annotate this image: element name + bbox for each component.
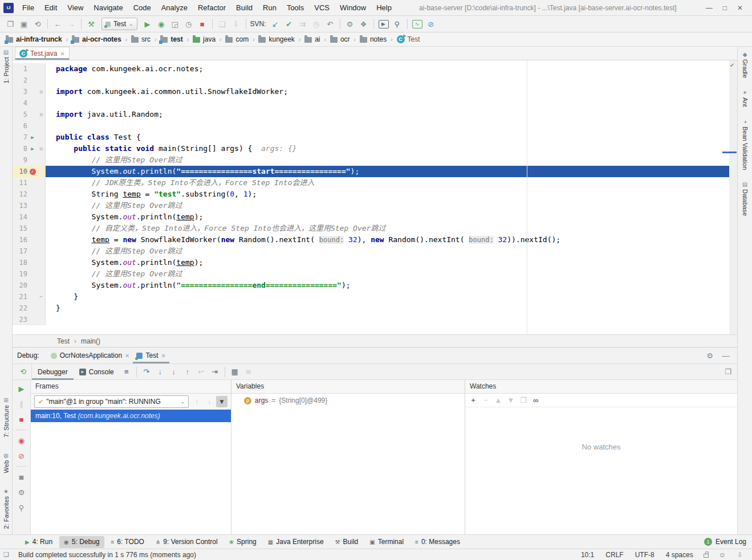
forward-icon[interactable]: → — [64, 18, 78, 30]
gutter-line-5[interactable]: 5⊟ — [13, 109, 46, 120]
svn-history-icon[interactable]: ◷ — [310, 18, 323, 30]
breadcrumb-ai-infra-trunck[interactable]: ai-infra-trunck — [5, 35, 63, 43]
tool-window-button-bean-validation[interactable]: ◑Bean Validation — [742, 118, 749, 170]
code-line-12[interactable]: 12 String temp = "test".substring(0, 1); — [13, 189, 729, 200]
menu-tools[interactable]: Tools — [282, 0, 309, 15]
code-line-11[interactable]: 11 // JDK原生类，Step Into不会进入，Force Step In… — [13, 177, 729, 189]
code-line-6[interactable]: 6 — [13, 120, 729, 132]
close-tab-icon[interactable]: ✕ — [125, 353, 129, 359]
fold-marker[interactable] — [38, 246, 45, 257]
stop-icon[interactable]: ■ — [196, 18, 209, 30]
breadcrumb-java[interactable]: java — [192, 35, 217, 43]
move-watch-down-icon[interactable]: ▼ — [505, 395, 517, 406]
gutter-line-2[interactable]: 2 — [13, 75, 46, 86]
tool-window-button-terminal[interactable]: ▣Terminal — [365, 536, 408, 548]
fold-marker[interactable] — [38, 268, 45, 280]
breadcrumb-ai[interactable]: ai — [303, 35, 321, 43]
gutter-line-7[interactable]: 7▶ — [13, 132, 46, 143]
maximize-button[interactable]: □ — [723, 4, 727, 12]
tool-window-button-spring[interactable]: ❀Spring — [225, 536, 261, 548]
highlighting-level-icon[interactable]: ☺ — [716, 551, 729, 559]
gutter-line-15[interactable]: 15 — [13, 223, 46, 234]
fold-marker[interactable]: ⌐ — [38, 291, 45, 303]
drop-frame-icon[interactable]: ↩ — [194, 366, 208, 378]
view-breakpoints-icon[interactable]: ◉ — [15, 435, 28, 445]
fold-marker[interactable] — [38, 223, 45, 234]
gutter-line-8[interactable]: 8▶⊟ — [13, 143, 46, 154]
gutter-line-18[interactable]: 18 — [13, 257, 46, 268]
tool-window-button-project[interactable]: ▤1: Project — [3, 49, 10, 83]
gutter-line-4[interactable]: 4 — [13, 97, 46, 109]
layout-settings-icon[interactable]: ≋ — [242, 366, 255, 378]
breadcrumb-ocr[interactable]: ocr — [329, 35, 351, 43]
event-log-button[interactable]: 1Event Log — [704, 538, 746, 546]
code-line-20[interactable]: 20 System.out.println("================e… — [13, 280, 729, 291]
fold-marker[interactable]: ⊟ — [38, 109, 45, 120]
svn-merge-icon[interactable]: ⇉ — [296, 18, 310, 30]
menu-analyze[interactable]: Analyze — [156, 0, 193, 15]
code-line-4[interactable]: 4 — [13, 97, 729, 109]
menu-file[interactable]: File — [17, 0, 39, 15]
step-out-icon[interactable]: ↑ — [181, 366, 194, 378]
breadcrumb-Test[interactable]: CTest — [396, 35, 421, 43]
fold-marker[interactable] — [38, 314, 45, 325]
menu-vcs[interactable]: VCS — [309, 0, 335, 15]
frame-row[interactable]: main:10, Test (com.kungeek.ai.ocr.notes) — [31, 410, 231, 422]
gutter-line-10[interactable]: 10✓ — [13, 166, 46, 177]
tool-window-button-todo[interactable]: ≡6: TODO — [107, 536, 149, 548]
gutter-line-20[interactable]: 20 — [13, 280, 46, 291]
duplicate-watch-icon[interactable]: ❐ — [518, 395, 529, 406]
force-step-into-icon[interactable]: ↓ — [167, 366, 181, 378]
tool-window-button-version-control[interactable]: ⋔9: Version Control — [151, 536, 222, 548]
stop-icon[interactable]: ■ — [15, 414, 28, 424]
code-editor[interactable]: 1package com.kungeek.ai.ocr.notes;23⊟imp… — [13, 60, 729, 334]
tool-window-button-debug[interactable]: ◉5: Debug — [59, 536, 104, 548]
close-tab-icon[interactable]: ✕ — [161, 353, 166, 359]
run-to-cursor-icon[interactable]: ⇥ — [208, 366, 222, 378]
code-line-18[interactable]: 18 System.out.println(temp); — [13, 257, 729, 268]
code-line-1[interactable]: 1package com.kungeek.ai.ocr.notes; — [13, 63, 729, 75]
pin-icon[interactable]: ⚲ — [15, 502, 28, 513]
gutter-line-6[interactable]: 6 — [13, 120, 46, 132]
build-hammer-icon[interactable]: ⚒ — [84, 18, 98, 30]
code-line-8[interactable]: 8▶⊟ public static void main(String[] arg… — [13, 143, 729, 154]
fold-marker[interactable] — [38, 189, 45, 200]
close-button[interactable]: ✕ — [737, 4, 743, 12]
tool-window-button-ant[interactable]: ✶Ant — [742, 89, 749, 107]
gutter-line-9[interactable]: 9 — [13, 154, 46, 166]
tool-window-button-favorites[interactable]: ★2: Favorites — [3, 488, 10, 529]
debug-tab-ocrnotesapplication[interactable]: OcrNotesApplication✕ — [47, 348, 133, 363]
menu-window[interactable]: Window — [335, 0, 371, 15]
debugger-settings-gear-icon[interactable]: ⚙ — [15, 487, 28, 497]
code-line-21[interactable]: 21⌐ } — [13, 291, 729, 303]
breadcrumb-com[interactable]: com — [224, 35, 250, 43]
run-anything-icon[interactable]: ▶ — [379, 20, 389, 28]
menu-navigate[interactable]: Navigate — [88, 0, 128, 15]
run-configuration-selector[interactable]: Test⌄ — [101, 18, 137, 30]
gutter-line-21[interactable]: 21⌐ — [13, 291, 46, 303]
caret-position[interactable]: 10:1 — [578, 551, 597, 559]
cpu-monitor-icon[interactable]: ∿ — [412, 20, 422, 28]
add-watch-icon[interactable]: + — [468, 395, 479, 406]
close-tab-icon[interactable]: ✕ — [60, 51, 64, 57]
inspection-ok-icon[interactable]: ✔ — [730, 62, 734, 68]
code-line-15[interactable]: 15 // 自定义类，Step Into进入，Force Step Into也会… — [13, 223, 729, 234]
fold-marker[interactable] — [38, 63, 45, 75]
editor-breadcrumb-item[interactable]: Test — [57, 337, 70, 345]
profiler-icon[interactable]: ◷ — [182, 18, 196, 30]
save-icon[interactable]: ▣ — [17, 18, 31, 30]
gutter-line-23[interactable]: 23 — [13, 314, 46, 325]
code-line-3[interactable]: 3⊟import com.kungeek.ai.common.util.Snow… — [13, 86, 729, 97]
code-line-23[interactable]: 23 — [13, 314, 729, 325]
move-watch-up-icon[interactable]: ▲ — [493, 395, 504, 406]
frame-up-icon[interactable]: ↑ — [191, 396, 202, 407]
gutter-line-13[interactable]: 13 — [13, 200, 46, 211]
code-line-9[interactable]: 9 // 这里用Step Over跳过 — [13, 154, 729, 166]
show-watches-in-variables-icon[interactable]: ∞ — [530, 395, 542, 406]
svn-commit-icon[interactable]: ✔ — [282, 18, 296, 30]
fold-marker[interactable]: ⊟ — [38, 143, 45, 154]
tool-window-button-java-enterprise[interactable]: ▦Java Enterprise — [263, 536, 328, 548]
gutter-line-16[interactable]: 16 — [13, 234, 46, 246]
evaluate-expression-icon[interactable]: ▦ — [228, 366, 242, 378]
status-message[interactable]: Build completed successfully in 1 s 776 … — [18, 551, 573, 559]
